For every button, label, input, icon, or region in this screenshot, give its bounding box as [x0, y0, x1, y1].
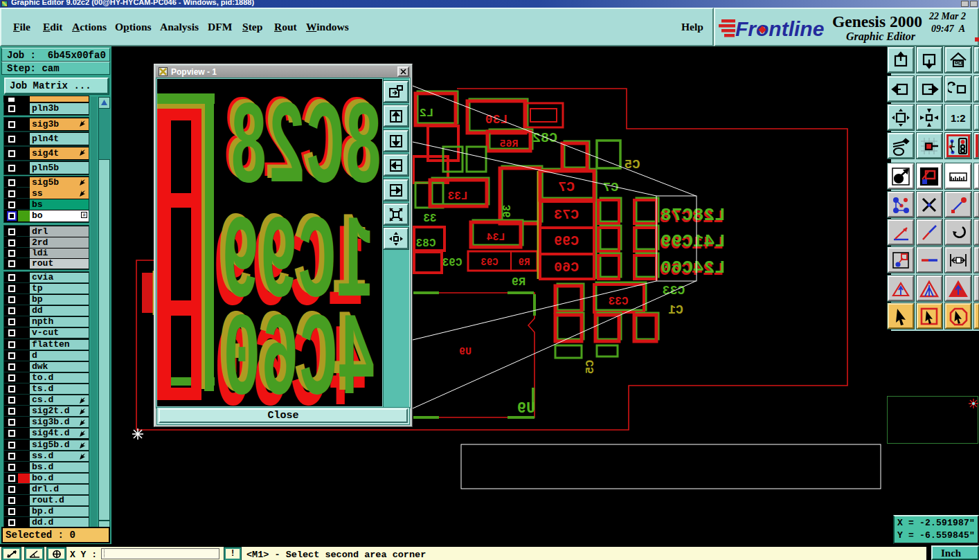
svg-text:C7: C7	[558, 179, 575, 195]
svg-text:R65: R65	[499, 138, 518, 150]
svg-text:C60: C60	[554, 260, 579, 276]
svg-text:C93: C93	[442, 257, 462, 269]
svg-text:U9: U9	[459, 346, 471, 358]
svg-text:36: 36	[501, 204, 514, 217]
svg-text:C1: C1	[668, 303, 683, 317]
svg-text:Frontline: Frontline	[735, 17, 824, 40]
svg-text:C73: C73	[554, 207, 579, 223]
svg-text:C83: C83	[416, 237, 436, 250]
svg-text:C5: C5	[625, 157, 640, 172]
svg-text:4C60: 4C60	[223, 295, 376, 406]
svg-text:C33: C33	[609, 296, 629, 308]
svg-text:C93: C93	[480, 257, 498, 268]
svg-text:R9: R9	[512, 276, 526, 289]
svg-text:L24C60: L24C60	[661, 258, 726, 278]
svg-text:1:2: 1:2	[951, 112, 966, 124]
svg-text:C5: C5	[584, 360, 597, 374]
svg-text:C99: C99	[554, 233, 579, 249]
svg-text:R9: R9	[519, 257, 530, 268]
svg-text:L41C99: L41C99	[661, 231, 726, 252]
svg-text:C82: C82	[532, 130, 557, 146]
svg-text:L30: L30	[485, 113, 508, 127]
svg-text:L28C78: L28C78	[661, 205, 726, 226]
svg-text:L2: L2	[420, 107, 433, 120]
svg-text:L34: L34	[486, 232, 505, 244]
svg-text:C7: C7	[603, 180, 619, 195]
svg-text:33: 33	[423, 213, 436, 225]
svg-text:L33: L33	[448, 190, 468, 203]
svg-text:U9: U9	[517, 400, 535, 417]
